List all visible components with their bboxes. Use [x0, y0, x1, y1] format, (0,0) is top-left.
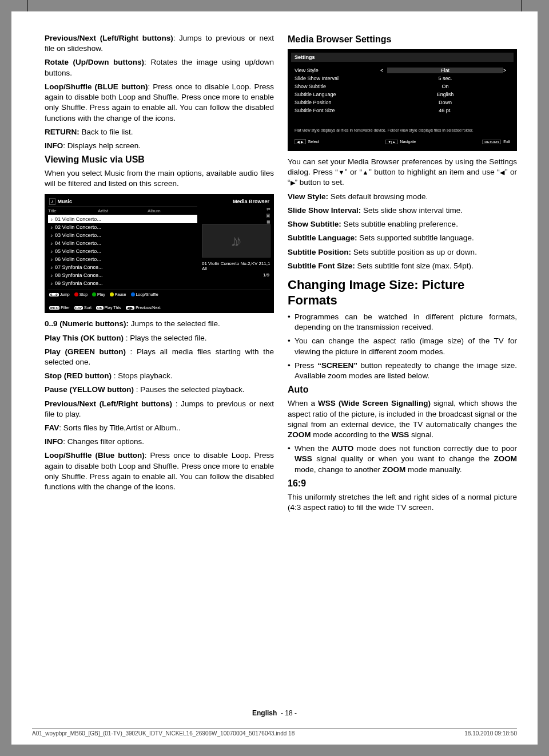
settings-desc: Flat view style displays all files in re…: [291, 114, 514, 136]
music-list-item: 04 Violin Concerto...: [48, 239, 197, 247]
settings-row: Show SubtitleOn: [291, 82, 514, 90]
settings-intro: You can set your Media Browser preferenc…: [288, 157, 517, 188]
prev-next-para: Previous/Next (Left/Right buttons): Jump…: [45, 33, 274, 54]
music-list-item: 01 Violin Concerto...: [48, 215, 197, 223]
numeric-para: 0..9 (Numeric buttons): Jumps to the sel…: [45, 319, 274, 329]
fav-para: FAV: Sorts files by Title,Artist or Albu…: [45, 423, 274, 433]
loopshuffle-para: Loop/Shuffle (BLUE button): Press once t…: [45, 82, 274, 124]
prevnext2-para: Previous/Next (Left/Right buttons) : Jum…: [45, 399, 274, 419]
playthis-para: Play This (OK button) : Plays the select…: [45, 333, 274, 343]
down-triangle-icon: ▼: [338, 169, 345, 176]
music-controls: 0…9 Jump Stop Play Pause Loop/Shuffle IN…: [48, 290, 270, 310]
sixteen-nine-heading: 16:9: [288, 478, 517, 489]
subpos-para: Subtitle Position: Sets subtitle positio…: [288, 247, 517, 258]
settings-title: Settings: [291, 53, 514, 62]
left-column: Previous/Next (Left/Right buttons): Jump…: [45, 33, 274, 516]
page-footer: English - 18 -: [11, 709, 538, 717]
sublang-para: Subtitle Language: Sets supported subtit…: [288, 233, 517, 243]
slideinterval-para: Slide Show Interval: Sets slide show int…: [288, 205, 517, 216]
viewstyle-para: View Style: Sets default browsing mode.: [288, 192, 517, 202]
info2-para: INFO: Changes filter options.: [45, 437, 274, 447]
settings-row: View Style<Flat>: [291, 66, 514, 74]
rotate-para: Rotate (Up/Down buttons): Rotates the im…: [45, 57, 274, 78]
music-list-item: 03 Violin Concerto...: [48, 231, 197, 239]
now-playing: 01 Violin Concerto No.2,KV 211,1 All: [202, 260, 270, 272]
settings-screenshot: Settings View Style<Flat>Slide Show Inte…: [288, 49, 517, 151]
settings-row: Subtitle Font Size46 pt.: [291, 106, 514, 114]
indesign-footer: A01_woypbpr_MB60_[GB]_(01-TV)_3902UK_IDT…: [32, 729, 517, 737]
bullet-3: Press “SCREEN” button repeatedly to chan…: [288, 361, 517, 381]
settings-row: Slide Show Interval5 sec.: [291, 74, 514, 82]
stopred-para: Stop (RED button) : Stops playback.: [45, 371, 274, 381]
music-list-item: 09 Synfonia Conce...: [48, 279, 197, 287]
changing-image-size-heading: Changing Image Size: Picture Formats: [288, 277, 517, 308]
playgreen-para: Play (GREEN button) : Plays all media fi…: [45, 347, 274, 367]
viewing-music-desc: When you select Music from the main opti…: [45, 168, 274, 189]
right-column: Media Browser Settings Settings View Sty…: [288, 33, 517, 516]
return-para: RETURN: Back to file list.: [45, 127, 274, 137]
right-triangle-icon: ▶: [291, 179, 295, 186]
manual-page: Previous/Next (Left/Right buttons): Jump…: [11, 11, 538, 745]
music-list-item: 08 Synfonia Conce...: [48, 271, 197, 279]
music-list-header: Title Artist Album: [48, 207, 197, 215]
sixteen-nine-para: This uniformly stretches the left and ri…: [288, 492, 517, 513]
bullet-4: When the AUTO mode does not function cor…: [288, 444, 517, 475]
left-triangle-icon: ◀: [500, 169, 505, 176]
up-triangle-icon: ▲: [362, 169, 369, 176]
info-para: INFO: Displays help screen.: [45, 141, 274, 151]
viewing-music-heading: Viewing Music via USB: [45, 155, 274, 165]
music-list-item: 05 Violin Concerto...: [48, 247, 197, 255]
media-browser-settings-heading: Media Browser Settings: [288, 34, 517, 45]
music-browser-screenshot: ♪Music Media Browser Title Artist Album …: [45, 194, 274, 314]
bullet-2: You can change the aspect ratio (image s…: [288, 336, 517, 357]
showsub-para: Show Subtitle: Sets subtitle enabling pr…: [288, 219, 517, 229]
music-list-item: 06 Violin Concerto...: [48, 255, 197, 263]
pauseyel-para: Pause (YELLOW button) : Pauses the selec…: [45, 385, 274, 395]
auto-para: When a WSS (Wide Screen Signalling) sign…: [288, 398, 517, 440]
settings-row: Subtitle LanguageEnglish: [291, 90, 514, 98]
settings-row: Subtitle PositionDown: [291, 98, 514, 106]
loopblue-para: Loop/Shuffle (Blue button): Press once t…: [45, 450, 274, 492]
music-list-item: 02 Violin Concerto...: [48, 223, 197, 231]
music-list-item: 07 Synfonia Conce...: [48, 263, 197, 271]
subfont-para: Subtitle Font Size: Sets subtitle font s…: [288, 261, 517, 271]
bullet-1: Programmes can be watched in different p…: [288, 312, 517, 333]
music-thumbnail: ♪♪: [202, 224, 270, 258]
auto-heading: Auto: [288, 385, 517, 395]
music-count: 1/9: [202, 272, 270, 278]
